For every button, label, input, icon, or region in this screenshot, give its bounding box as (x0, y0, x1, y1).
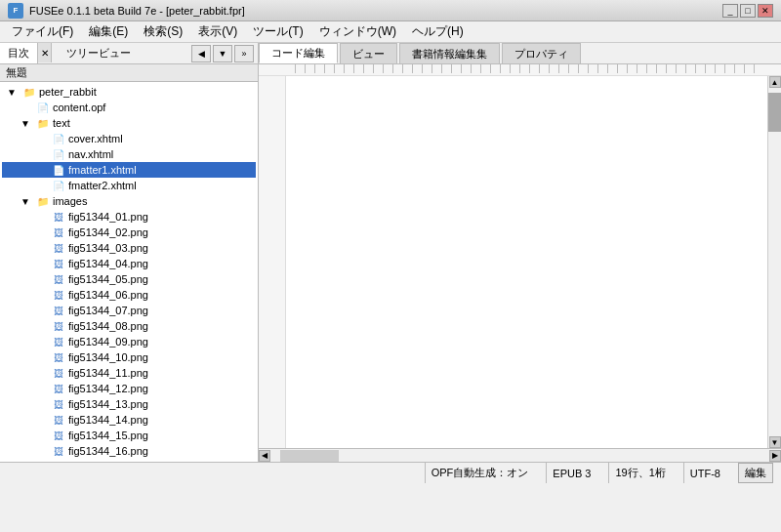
tree-item-fig51344_16.png[interactable]: 🖼fig51344_16.png (2, 443, 256, 459)
tree-nav-button[interactable]: ◀ (191, 45, 211, 62)
tree-item-label: fig51344_05.png (68, 273, 148, 285)
tree-scroll-button[interactable]: » (234, 45, 254, 62)
tree-item-label: text (53, 117, 70, 129)
tree-item-content-opf[interactable]: 📄 content.opf (2, 100, 256, 115)
folder-icon: 📁 (35, 116, 51, 130)
scrollbar-track[interactable] (768, 88, 781, 436)
folder-icon: 📁 (35, 194, 51, 208)
tree-item-fig51344_10.png[interactable]: 🖼fig51344_10.png (2, 349, 256, 365)
tree-root[interactable]: ▼ 📁 peter_rabbit (2, 84, 256, 100)
file-spacer (33, 319, 49, 333)
file-icon: 🖼 (51, 460, 66, 462)
menu-edit[interactable]: 編集(E) (81, 21, 136, 42)
hscroll-thumb[interactable] (280, 450, 339, 462)
tree-item-label: cover.xhtml (68, 133, 123, 144)
tree-item-label: fmatter2.xhtml (68, 180, 137, 191)
file-spacer (33, 257, 49, 270)
tree-item-fig51344_08.png[interactable]: 🖼fig51344_08.png (2, 318, 256, 334)
restore-button[interactable]: □ (740, 4, 756, 18)
code-content[interactable] (286, 76, 767, 448)
right-panel: コード編集 ビュー 書籍情報編集集 プロパティ ▲ ▼ (259, 43, 781, 462)
tree-item-label: fig51344_15.png (68, 430, 148, 441)
hscroll-track[interactable] (270, 450, 769, 462)
tree-toolbar: ◀ ▼ » (191, 43, 258, 63)
scroll-up-button[interactable]: ▲ (769, 76, 781, 88)
tree-item-fig51344_12.png[interactable]: 🖼fig51344_12.png (2, 381, 256, 396)
file-icon: 🖼 (51, 444, 66, 458)
tree-item-fig51344_04.png[interactable]: 🖼fig51344_04.png (2, 256, 256, 271)
scroll-right-button[interactable]: ▶ (769, 450, 781, 462)
tree-item-fig51344_09.png[interactable]: 🖼fig51344_09.png (2, 334, 256, 349)
tree-dropdown-button[interactable]: ▼ (213, 45, 232, 62)
menu-view[interactable]: 表示(V) (190, 21, 245, 42)
close-button[interactable]: ✕ (758, 4, 773, 18)
tree-view[interactable]: ▼ 📁 peter_rabbit 📄 content.opf ▼ 📁 text … (0, 82, 258, 462)
tree-item-fmatter2[interactable]: 📄 fmatter2.xhtml (2, 178, 256, 193)
file-spacer (33, 272, 49, 286)
tree-item-label: fig51344_10.png (68, 351, 148, 363)
status-position: 19行、1桁 (608, 463, 671, 483)
scroll-down-button[interactable]: ▼ (769, 436, 781, 448)
menu-window[interactable]: ウィンドウ(W) (311, 21, 404, 42)
tree-item-fig51344_06.png[interactable]: 🖼fig51344_06.png (2, 287, 256, 303)
tree-item-label: fig51344_11.png (68, 367, 148, 379)
expand-icon: ▼ (18, 116, 33, 130)
expand-icon: ▼ (4, 85, 20, 99)
menu-help[interactable]: ヘルプ(H) (404, 21, 472, 42)
tree-item-fig51344_11.png[interactable]: 🖼fig51344_11.png (2, 365, 256, 381)
tree-item-text-folder[interactable]: ▼ 📁 text (2, 115, 256, 131)
tree-item-fig51344_15.png[interactable]: 🖼fig51344_15.png (2, 428, 256, 443)
horizontal-scrollbar[interactable]: ◀ ▶ (259, 448, 781, 462)
file-icon: 🖼 (51, 225, 66, 239)
tab-toc[interactable]: 目次 (0, 43, 38, 63)
image-files-list: 🖼fig51344_01.png 🖼fig51344_02.png 🖼fig51… (2, 209, 256, 462)
tree-view-label: ツリービュー (52, 43, 191, 63)
tree-item-label: fig51344_09.png (68, 336, 148, 348)
code-editor[interactable]: ▲ ▼ (259, 76, 781, 448)
tab-book-info[interactable]: 書籍情報編集集 (399, 43, 500, 63)
tab-properties[interactable]: プロパティ (502, 43, 581, 63)
tree-item-fig51344_07.png[interactable]: 🖼fig51344_07.png (2, 303, 256, 318)
tree-item-nav[interactable]: 📄 nav.xhtml (2, 146, 256, 162)
tree-item-images-folder[interactable]: ▼ 📁 images (2, 193, 256, 209)
file-spacer (33, 147, 49, 161)
file-spacer (33, 460, 49, 462)
app-icon: F (8, 3, 23, 19)
vertical-scrollbar[interactable]: ▲ ▼ (767, 76, 781, 448)
status-edit-button[interactable]: 編集 (738, 463, 773, 483)
tree-item-fig51344_02.png[interactable]: 🖼fig51344_02.png (2, 225, 256, 240)
tree-item-fig51344_01.png[interactable]: 🖼fig51344_01.png (2, 209, 256, 225)
tree-item-label: peter_rabbit (39, 86, 97, 98)
tree-item-fig51344_14.png[interactable]: 🖼fig51344_14.png (2, 412, 256, 428)
close-toc-button[interactable]: ✕ (38, 43, 52, 62)
tree-item-label: fig51344_16.png (68, 445, 148, 457)
menu-file[interactable]: ファイル(F) (4, 21, 81, 42)
menu-search[interactable]: 検索(S) (136, 21, 190, 42)
ruler (259, 64, 781, 76)
tree-item-fig51344_13.png[interactable]: 🖼fig51344_13.png (2, 396, 256, 412)
file-icon: 📄 (51, 179, 66, 192)
menu-tools[interactable]: ツール(T) (245, 21, 310, 42)
tab-view[interactable]: ビュー (340, 43, 397, 63)
file-spacer (33, 210, 49, 224)
tree-item-fmatter1[interactable]: 📄 fmatter1.xhtml (2, 162, 256, 178)
tree-item-label: fig51344_04.png (68, 258, 148, 269)
scrollbar-thumb[interactable] (768, 93, 781, 132)
tree-item-label: fig51344_12.png (68, 383, 148, 394)
tree-item-label: nav.xhtml (68, 148, 113, 160)
tree-item-label: fig51344_13.png (68, 398, 148, 410)
minimize-button[interactable]: _ (722, 4, 738, 18)
tab-code-edit[interactable]: コード編集 (259, 43, 338, 63)
tree-item-fig51344_03.png[interactable]: 🖼fig51344_03.png (2, 240, 256, 256)
tree-item-label: fig51344_17.png (68, 461, 148, 462)
tree-item-fig51344_05.png[interactable]: 🖼fig51344_05.png (2, 271, 256, 287)
tree-item-label: fmatter1.xhtml (68, 164, 137, 176)
file-icon: 🖼 (51, 210, 66, 224)
file-icon: 📄 (51, 147, 66, 161)
scroll-left-button[interactable]: ◀ (259, 450, 270, 462)
file-icon: 📄 (35, 101, 51, 114)
file-icon: 🖼 (51, 429, 66, 442)
folder-icon: 📁 (21, 85, 37, 99)
tree-item-fig51344_17.png[interactable]: 🖼fig51344_17.png (2, 459, 256, 462)
tree-item-cover[interactable]: 📄 cover.xhtml (2, 131, 256, 146)
